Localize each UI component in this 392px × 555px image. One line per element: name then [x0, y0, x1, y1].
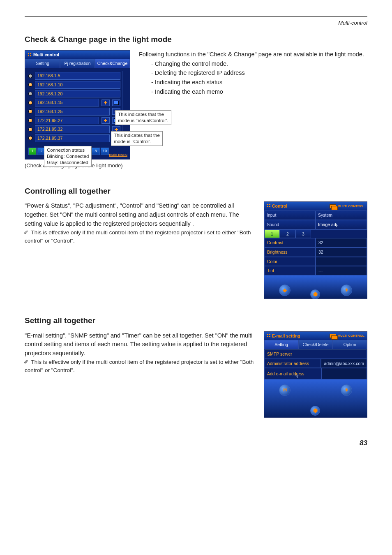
- heading-setting: Setting all together: [25, 315, 367, 326]
- param-row: Tint---: [264, 266, 367, 275]
- heading-controlling: Controlling all together: [25, 186, 367, 197]
- ip-address: 172.21.95.27: [35, 117, 99, 125]
- email-bottom-bar: ✉ ✷ ⬢: [264, 379, 367, 417]
- param-value[interactable]: 32: [316, 238, 367, 247]
- ip-row[interactable]: 172.21.95.27: [28, 117, 120, 125]
- badge-icon[interactable]: ✉: [279, 384, 291, 396]
- main-menu-link[interactable]: main menu: [109, 152, 127, 157]
- badge-icon[interactable]: ⬢: [310, 406, 320, 416]
- note-icon: ✐: [24, 229, 30, 237]
- section1-intro: Following functions in the "Check & Chan…: [139, 50, 367, 59]
- multi-control-tag: MULTI CONTROL: [330, 333, 364, 338]
- section1-bullets: - Changing the control mode. - Deleting …: [151, 60, 367, 97]
- email-value[interactable]: admin@abc.xxx.com: [321, 359, 367, 368]
- tab-pj-registration[interactable]: Pj registration: [60, 59, 95, 68]
- badge-icon[interactable]: ✷: [341, 284, 352, 296]
- bullet: - Indicating the each memo: [151, 88, 367, 97]
- status-led: [28, 101, 32, 105]
- subtab-1[interactable]: 1: [264, 230, 280, 238]
- figure-check-change: Multi control Setting Pj registration Ch…: [25, 50, 131, 169]
- note-icon: ✐: [24, 358, 30, 366]
- email-panel-title: E-mail setting MULTI CONTROL: [264, 332, 367, 340]
- callout-connection-status: Connection status Blinking: Connected Gr…: [44, 146, 92, 167]
- multi-control-tag: MULTI CONTROL: [330, 204, 364, 208]
- figure-control-panel: Control MULTI CONTROL Input System Sound…: [264, 201, 367, 299]
- pager-button[interactable]: 1: [28, 148, 37, 155]
- conn-status-title: Connection status: [47, 147, 89, 153]
- tab-image-adj[interactable]: Image adj.: [316, 220, 367, 229]
- callout-visualcontrol: This indicates that themode is "VisualCo…: [115, 110, 171, 125]
- pager-button[interactable]: 8: [92, 148, 100, 155]
- ip-address: 192.168.1.25: [35, 108, 110, 116]
- ip-list: 192.168.1.5192.168.1.10192.168.1.20192.1…: [28, 71, 122, 143]
- control-mode-icon[interactable]: [101, 99, 110, 106]
- heading-check-change: Check & Change page in the light mode: [25, 34, 367, 45]
- subtab-2[interactable]: 2: [280, 230, 295, 238]
- visual-mode-icon[interactable]: [112, 99, 120, 106]
- control-mode-icon[interactable]: [101, 117, 110, 124]
- status-led: [28, 83, 32, 87]
- status-led: [28, 74, 32, 78]
- control-bottom-bar: ◆ ✷ ⬢: [264, 275, 367, 298]
- ip-row[interactable]: 192.168.1.15: [28, 99, 120, 106]
- section-check-change: Check & Change page in the light mode Mu…: [25, 34, 367, 169]
- email-tab-check-delete[interactable]: Check/Delete: [298, 340, 332, 349]
- bullet: - Indicating the each status: [151, 78, 367, 87]
- ip-row[interactable]: 192.168.1.25: [28, 108, 120, 116]
- email-label: SMTP server: [264, 349, 367, 359]
- pager-button[interactable]: 10: [101, 148, 109, 155]
- ip-address: 192.168.1.5: [35, 72, 120, 80]
- param-value[interactable]: 32: [316, 247, 367, 257]
- param-label: Color: [264, 257, 316, 266]
- ip-address: 192.168.1.20: [35, 90, 120, 98]
- ip-row[interactable]: 192.168.1.20: [28, 90, 120, 98]
- status-led: [28, 109, 32, 113]
- tab-setting[interactable]: Setting: [25, 59, 60, 68]
- email-value[interactable]: [321, 368, 367, 379]
- ip-row[interactable]: 192.168.1.5: [28, 72, 120, 80]
- callout-control: This indicates that themode is "Control"…: [111, 131, 163, 146]
- tab-system[interactable]: System: [316, 210, 367, 220]
- section3-note: This is effective only if the multi cont…: [25, 359, 254, 373]
- section3-body: "E-mail setting", "SNMP setting" and "Ti…: [25, 331, 256, 358]
- email-title-text: E-mail setting: [272, 333, 300, 338]
- email-label: Administrator address: [264, 359, 321, 368]
- tab-input[interactable]: Input: [264, 210, 316, 220]
- subtab-3[interactable]: 3: [295, 230, 311, 238]
- conn-status-line1: Blinking: Connected: [47, 153, 89, 160]
- figure-email-panel: E-mail setting MULTI CONTROL Setting Che…: [264, 331, 367, 418]
- panel-title: Multi control: [25, 51, 130, 59]
- status-led: [28, 127, 32, 132]
- badge-icon[interactable]: ✷: [341, 384, 352, 396]
- page-number: 83: [25, 438, 367, 448]
- status-led: [28, 118, 32, 123]
- status-led: [28, 92, 32, 96]
- header-category: Multi-control: [25, 19, 367, 27]
- ip-address: 192.168.1.10: [35, 81, 120, 89]
- bullet: - Changing the control mode.: [151, 60, 367, 69]
- badge-icon[interactable]: ◆: [279, 284, 291, 296]
- param-row: Color---: [264, 257, 367, 266]
- ip-row[interactable]: 172.21.95.32: [28, 125, 120, 133]
- email-row: Administrator addressadmin@abc.xxx.com: [264, 359, 367, 368]
- email-label: Add e-mail address☟: [264, 368, 321, 379]
- tab-sound[interactable]: Sound: [264, 220, 316, 229]
- tab-row: Setting Pj registration Check&Change: [25, 59, 130, 68]
- app-icon: [267, 204, 271, 208]
- ip-row[interactable]: 192.168.1.10: [28, 81, 120, 89]
- conn-status-line2: Gray: Disconnected: [47, 160, 89, 166]
- email-tab-setting[interactable]: Setting: [264, 340, 298, 349]
- section-setting: Setting all together "E-mail setting", "…: [25, 315, 367, 418]
- section2-note: This is effective only if the multi cont…: [25, 229, 251, 244]
- email-tab-option[interactable]: Option: [333, 340, 367, 349]
- badge-icon[interactable]: ⬢: [310, 289, 320, 299]
- app-icon: [267, 333, 271, 338]
- param-row: Brightness32: [264, 247, 367, 257]
- ip-address: 172.21.95.37: [35, 134, 110, 142]
- app-icon: [28, 53, 32, 57]
- tab-check-change[interactable]: Check&Change: [95, 59, 130, 68]
- param-value[interactable]: ---: [316, 266, 367, 275]
- param-value[interactable]: ---: [316, 257, 367, 266]
- ip-row[interactable]: 172.21.95.37: [28, 134, 120, 142]
- param-label: Tint: [264, 266, 316, 275]
